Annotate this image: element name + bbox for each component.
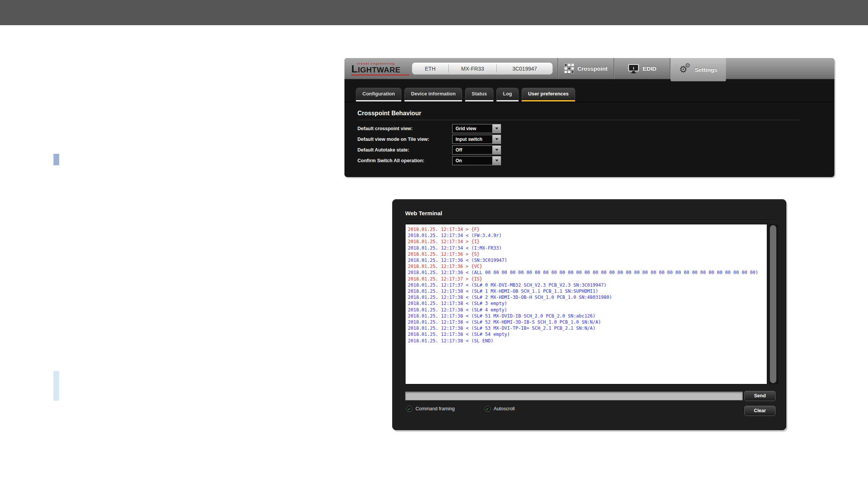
terminal-line: 2018.01.25. 12:17:38 < (SL# 52 MX-HDMI-3… [408, 319, 765, 325]
edid-monitor-icon: i [628, 64, 639, 74]
logo-underline [351, 74, 409, 76]
settings-gears-icon: ⚙⚙ [679, 64, 691, 76]
pref-row: Default crosspoint view: Grid view [357, 123, 800, 134]
tab-underline [356, 100, 401, 102]
tab-configuration[interactable]: Configuration [356, 88, 401, 102]
nav-label-edid: EDID [643, 65, 656, 72]
confirm-switch-all-dropdown[interactable]: On [452, 156, 501, 165]
command-framing-checkbox[interactable]: Command framing [406, 406, 455, 412]
check-icon [406, 406, 412, 412]
terminal-line: 2018.01.25. 12:17:37 > {IS} [408, 276, 765, 282]
terminal-line: 2018.01.25. 12:17:38 < (SL# 51 MX-DVID-I… [408, 313, 765, 319]
section-divider [357, 120, 800, 120]
tab-log[interactable]: Log [496, 88, 519, 102]
pref-label-default-crosspoint-view: Default crosspoint view: [357, 126, 452, 131]
chevron-down-icon [492, 135, 501, 144]
logo-tagline: visual engineering [357, 62, 409, 65]
device-serial: 3C019947 [497, 63, 553, 74]
terminal-line: 2018.01.25. 12:17:36 > {S} [408, 251, 765, 257]
app-header: visual engineering LIGHTWARE ETH MX-FR33… [344, 58, 834, 80]
web-terminal-panel: Web Terminal 2018.01.25. 12:17:34 > {F}2… [392, 199, 786, 430]
pref-row: Default view mode on Tile view: Input sw… [357, 134, 800, 145]
tab-underline [496, 100, 519, 102]
terminal-line: 2018.01.25. 12:17:34 > {I} [408, 239, 765, 245]
svg-text:i: i [633, 65, 634, 70]
chevron-down-icon [492, 156, 501, 165]
pref-row: Confirm Switch All operation: On [357, 155, 800, 166]
terminal-line: 2018.01.25. 12:17:36 < (SN:3C019947) [408, 257, 765, 263]
tab-underline [465, 100, 493, 102]
terminal-line: 2018.01.25. 12:17:34 > {F} [408, 226, 765, 232]
command-input[interactable] [405, 392, 743, 400]
terminal-line: 2018.01.25. 12:17:38 < (SL# 1 MX-HDMI-OB… [408, 288, 765, 294]
send-button[interactable]: Send [744, 391, 776, 401]
section-title: Crosspoint Behaviour [357, 110, 800, 117]
nav-item-settings[interactable]: ⚙⚙ Settings [671, 58, 726, 81]
tab-underline [404, 100, 462, 102]
autoscroll-checkbox[interactable]: Autoscroll [485, 406, 515, 412]
default-autotake-dropdown[interactable]: Off [452, 145, 501, 155]
terminal-options: Command framing Autoscroll [406, 406, 515, 412]
settings-panel: visual engineering LIGHTWARE ETH MX-FR33… [344, 58, 834, 177]
terminal-line: 2018.01.25. 12:17:38 < (SL# 4 empty) [408, 307, 765, 313]
terminal-output: 2018.01.25. 12:17:34 > {F}2018.01.25. 12… [405, 224, 767, 384]
settings-body: Configuration Device information Status … [344, 80, 834, 177]
nav-label-crosspoint: Crosspoint [577, 65, 608, 72]
terminal-line: 2018.01.25. 12:17:38 < (SL END) [408, 338, 765, 344]
top-gray-bar [0, 0, 868, 25]
default-view-mode-dropdown[interactable]: Input switch [452, 135, 501, 144]
check-icon [485, 406, 491, 412]
terminal-line: 2018.01.25. 12:17:36 > {VC} [408, 263, 765, 269]
terminal-title: Web Terminal [405, 210, 442, 216]
left-margin-marker-top [53, 154, 59, 165]
desktop-background: { "header": { "logo": { "tagline": "visu… [0, 0, 868, 487]
terminal-title-divider [405, 220, 775, 220]
main-nav: Crosspoint i EDID ⚙⚙ Settings [558, 58, 726, 79]
autoscroll-label: Autoscroll [494, 406, 515, 411]
device-model: MX-FR33 [449, 63, 496, 74]
terminal-line: 2018.01.25. 12:17:36 < (ALL 00 00 00 00 … [408, 269, 765, 276]
nav-label-settings: Settings [695, 66, 717, 73]
tab-underline [522, 100, 575, 102]
left-margin-marker-bottom [53, 371, 59, 401]
chevron-down-icon [492, 146, 501, 154]
terminal-line: 2018.01.25. 12:17:37 < (SL# 0 MX-DVI-MB3… [408, 282, 765, 288]
lightware-logo: visual engineering LIGHTWARE [351, 62, 409, 76]
device-info-pill: ETH MX-FR33 3C019947 [412, 62, 553, 75]
clear-button[interactable]: Clear [744, 406, 776, 416]
command-framing-label: Command framing [415, 406, 455, 411]
default-crosspoint-view-dropdown[interactable]: Grid view [452, 124, 501, 133]
terminal-scrollbar[interactable] [768, 224, 778, 384]
nav-item-edid[interactable]: i EDID [614, 58, 670, 79]
crosspoint-behaviour-section: Crosspoint Behaviour Default crosspoint … [344, 110, 834, 166]
terminal-line: 2018.01.25. 12:17:34 < (I:MX-FR33) [408, 245, 765, 251]
terminal-line: 2018.01.25. 12:17:34 < (FW:3.4.9r) [408, 232, 765, 239]
terminal-line: 2018.01.25. 12:17:38 < (SL# 2 MX-HDMI-3D… [408, 294, 765, 300]
tab-device-information[interactable]: Device information [404, 88, 462, 102]
crosspoint-grid-icon [564, 64, 574, 73]
pref-label-default-autotake: Default Autotake state: [357, 147, 452, 153]
pref-row: Default Autotake state: Off [357, 145, 800, 155]
nav-item-crosspoint[interactable]: Crosspoint [558, 58, 614, 79]
terminal-line: 2018.01.25. 12:17:38 < (SL# 54 empty) [408, 331, 765, 337]
terminal-line: 2018.01.25. 12:17:38 < (SL# 3 empty) [408, 300, 765, 306]
device-interface: ETH [412, 63, 448, 74]
chevron-down-icon [492, 124, 501, 133]
logo-brand: LIGHTWARE [351, 65, 409, 74]
terminal-line: 2018.01.25. 12:17:38 < (SL# 53 MX-DVI-TP… [408, 325, 765, 331]
tab-status[interactable]: Status [465, 88, 493, 102]
tab-user-preferences[interactable]: User preferences [522, 88, 575, 102]
tabs-strip: Configuration Device information Status … [344, 80, 834, 102]
pref-label-default-view-mode: Default view mode on Tile view: [357, 137, 452, 142]
scrollbar-thumb[interactable] [770, 225, 776, 383]
pref-label-confirm-switch-all: Confirm Switch All operation: [357, 158, 452, 163]
